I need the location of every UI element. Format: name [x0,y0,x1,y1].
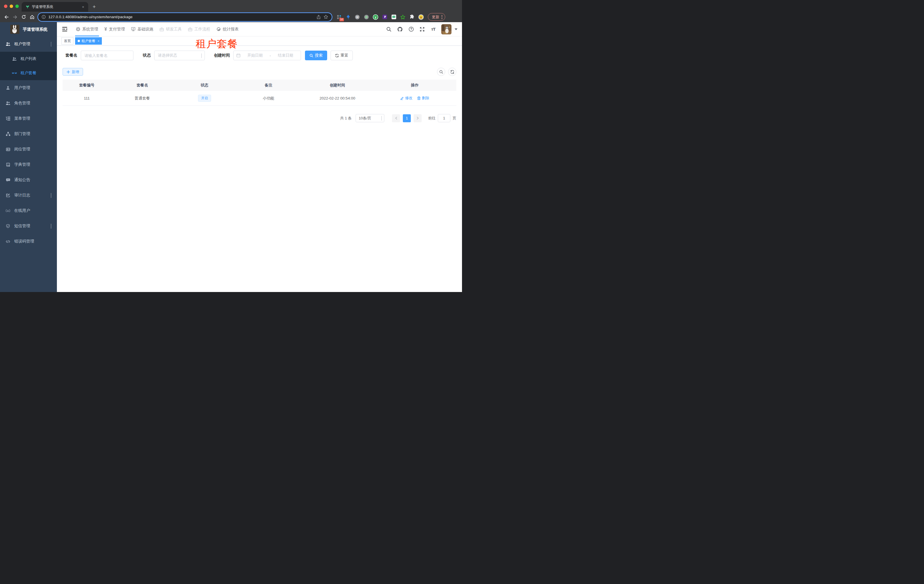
sidebar-item-sms-management[interactable]: 短信管理 [0,218,57,234]
package-name-input[interactable] [84,53,130,58]
sidebar-item-dict-management[interactable]: 字典管理 [0,157,57,172]
sidebar-item-tenant-package[interactable]: 租户套餐 [0,66,57,80]
top-nav-workflow[interactable]: 工作流程 [185,22,213,36]
top-nav-system[interactable]: 系统管理 [73,22,101,36]
goto-page-input[interactable] [438,114,450,122]
app-navbar: 系统管理 ¥ 支付管理 基础设施 [57,22,462,36]
forward-icon[interactable] [11,13,19,21]
window-minimize-button[interactable] [10,5,13,8]
share-icon[interactable] [316,15,321,19]
font-size-icon[interactable]: ᴛT [430,26,436,33]
sidebar-item-online-users[interactable]: 在线用户 [0,203,57,218]
toggle-search-icon[interactable] [437,67,445,76]
filter-status-label: 状态 [143,53,151,58]
chevron-down-icon [381,116,382,120]
command-extension-icon[interactable]: ⌘ [355,14,360,20]
update-label: 更新 [432,15,439,20]
tab-close-icon[interactable]: × [81,5,85,9]
sidebar-logo[interactable]: 芋道管理系统 [0,22,57,36]
sidebar-item-error-code[interactable]: 错误码管理 [0,234,57,249]
back-icon[interactable] [2,13,11,21]
status-select[interactable]: 请选择状态 [154,51,205,60]
y-extension-icon[interactable]: y [373,14,378,20]
grid-extension-icon[interactable]: 10 [336,14,342,20]
edit-link[interactable]: 修改 [400,95,412,100]
help-icon[interactable] [408,26,414,33]
extensions-bar: 10 ⌘ y [336,14,424,20]
site-info-icon[interactable] [41,15,46,19]
tag-home[interactable]: 首页 [61,37,73,44]
emoji-extension-icon[interactable] [418,14,424,20]
puzzle-extension-icon[interactable] [409,14,415,20]
top-nav-infrastructure[interactable]: 基础设施 [128,22,157,36]
window-close-button[interactable] [4,5,7,8]
sidebar-collapse-icon[interactable] [61,26,68,33]
tab-strip: 芋道管理系统 × + [0,0,462,12]
tag-close-icon[interactable]: × [97,39,99,43]
sidebar-item-user-management[interactable]: 用户管理 [0,80,57,95]
reset-button[interactable]: 重置 [330,51,353,60]
user-avatar[interactable]: ●0:30 [441,24,452,35]
cell-package-name: 普通套餐 [111,96,173,101]
pagination-total: 共 1 条 [340,116,351,121]
sidebar-item-label: 菜单管理 [14,116,30,121]
code-icon [6,240,10,243]
home-icon[interactable] [28,13,36,21]
page-size-select[interactable]: 10条/页 [356,114,384,122]
refresh-icon[interactable] [448,67,456,76]
sidebar-item-tenant-list[interactable]: 租户列表 [0,52,57,66]
date-range-picker[interactable]: 开始日期 - 结束日期 [233,51,301,60]
grey-circle-extension-icon[interactable] [363,14,369,20]
sidebar-submenu-tenant: 租户列表 租户套餐 [0,52,57,80]
address-bar[interactable]: 127.0.0.1:48080/admin-ui/system/tenant/p… [38,13,332,21]
browser-tab[interactable]: 芋道管理系统 × [21,2,88,12]
star-extension-icon[interactable] [400,14,406,20]
sidebar-item-label: 租户管理 [14,41,30,47]
sidebar-item-department-management[interactable]: 部门管理 [0,126,57,141]
extension-badge: 10 [339,18,344,21]
chat-extension-icon[interactable] [391,14,396,20]
sidebar-menu: 租户管理 租户列表 租户套餐 [0,36,57,292]
start-date-placeholder[interactable]: 开始日期 [243,53,267,58]
shield-extension-icon[interactable] [382,14,388,20]
end-date-placeholder[interactable]: 结束日期 [273,53,298,58]
avatar-caret-icon[interactable] [455,28,457,30]
delete-link[interactable]: 删除 [417,95,429,100]
github-icon[interactable] [397,26,403,33]
browser-update-menu[interactable]: 更新 [428,13,445,21]
tag-tenant-package[interactable]: 租户套餐 × [75,37,102,44]
sidebar-item-role-management[interactable]: 角色管理 [0,95,57,111]
sidebar-item-post-management[interactable]: 岗位管理 [0,141,57,157]
window-zoom-button[interactable] [15,5,19,8]
sidebar-item-audit-log[interactable]: 审计日志 [0,188,57,203]
top-nav-payment[interactable]: ¥ 支付管理 [101,22,128,36]
new-tab-button[interactable]: + [91,3,98,10]
svg-text:0:30: 0:30 [443,32,447,34]
bookmark-star-icon[interactable] [323,15,328,19]
search-icon[interactable] [386,26,392,33]
fullscreen-icon[interactable] [419,26,425,33]
search-button[interactable]: 搜索 [305,51,327,60]
top-nav-label: 系统管理 [82,27,98,32]
column-header: 操作 [373,83,456,88]
tag-label: 租户套餐 [82,39,95,43]
top-nav-dev-tools[interactable]: 研发工具 [157,22,185,36]
monitor-icon [131,27,135,31]
app-title: 芋道管理系统 [23,27,48,32]
sidebar: 芋道管理系统 租户管理 租户列表 [0,22,57,292]
chevron-down-icon [201,53,202,58]
main-panel: 系统管理 ¥ 支付管理 基础设施 [57,22,462,292]
top-nav-reports[interactable]: 统计报表 [213,22,242,36]
dictionary-icon [6,163,10,167]
sidebar-item-tenant-management[interactable]: 租户管理 [0,36,57,52]
pagination-goto: 前往 页 [428,114,456,122]
prev-page-button[interactable] [392,114,400,122]
sidebar-item-label: 通知公告 [14,178,30,183]
sidebar-item-menu-management[interactable]: 菜单管理 [0,111,57,126]
sidebar-item-notice[interactable]: 通知公告 [0,172,57,188]
kite-extension-icon[interactable] [345,14,351,20]
next-page-button[interactable] [414,114,422,122]
page-number-1[interactable]: 1 [403,114,411,122]
add-button[interactable]: 新增 [63,68,83,76]
reload-icon[interactable] [19,13,28,21]
